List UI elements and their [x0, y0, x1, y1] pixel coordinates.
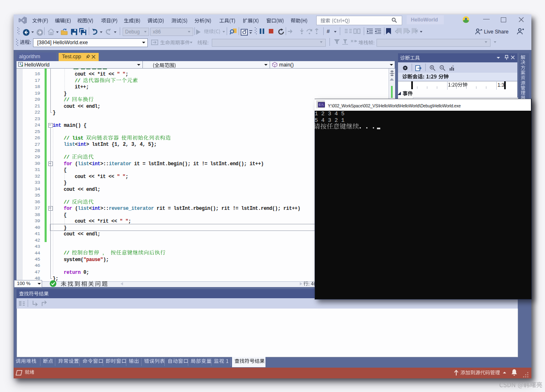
- svg-text:?: ?: [452, 65, 454, 68]
